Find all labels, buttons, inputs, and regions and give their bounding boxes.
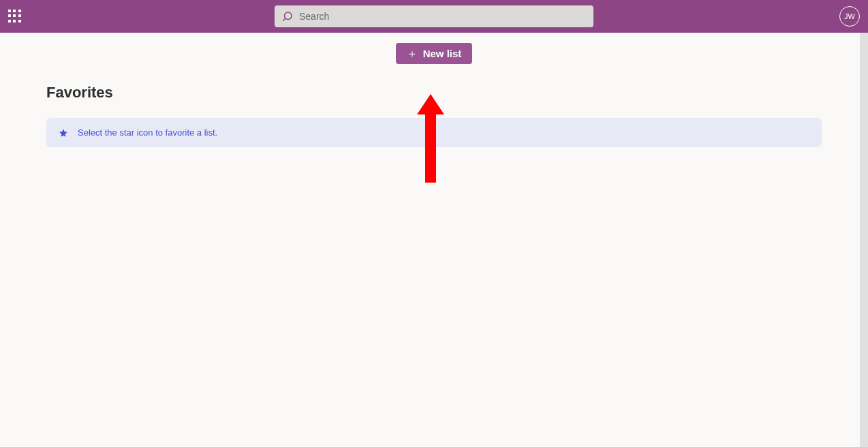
plus-icon: ＋ [407, 48, 418, 59]
content-area: ＋ New list Favorites Select the star ico… [0, 33, 868, 447]
page-title: Favorites [46, 84, 822, 102]
search-container [275, 5, 593, 27]
star-icon [59, 128, 68, 138]
avatar[interactable]: JW [839, 6, 860, 27]
new-list-label: New list [423, 48, 462, 59]
top-bar: JW [0, 0, 868, 33]
page: Favorites Select the star icon to favori… [0, 84, 868, 147]
scrollbar[interactable] [860, 33, 868, 447]
avatar-initials: JW [844, 12, 855, 20]
search-icon [281, 10, 294, 22]
app-launcher-icon[interactable] [8, 10, 22, 23]
new-list-wrap: ＋ New list [0, 33, 868, 74]
new-list-button[interactable]: ＋ New list [396, 43, 473, 64]
favorites-empty-banner: Select the star icon to favorite a list. [46, 118, 822, 147]
svg-point-0 [285, 12, 292, 20]
search-input[interactable] [299, 11, 587, 22]
favorites-empty-text: Select the star icon to favorite a list. [78, 127, 217, 138]
search-box[interactable] [275, 5, 593, 27]
svg-line-1 [283, 18, 285, 21]
